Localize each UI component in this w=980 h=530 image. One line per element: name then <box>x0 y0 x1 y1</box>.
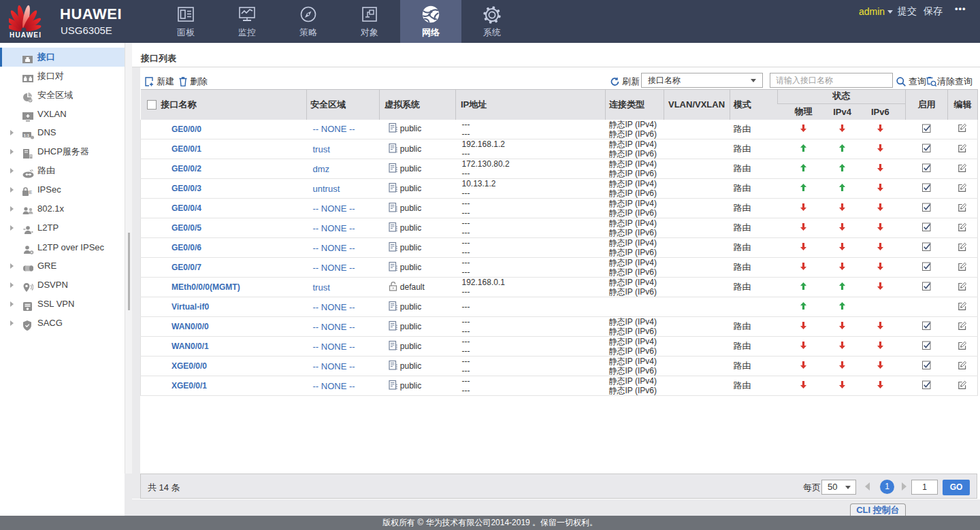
svg-text:1:1: 1:1 <box>24 133 30 137</box>
svg-text:E: E <box>29 190 33 195</box>
